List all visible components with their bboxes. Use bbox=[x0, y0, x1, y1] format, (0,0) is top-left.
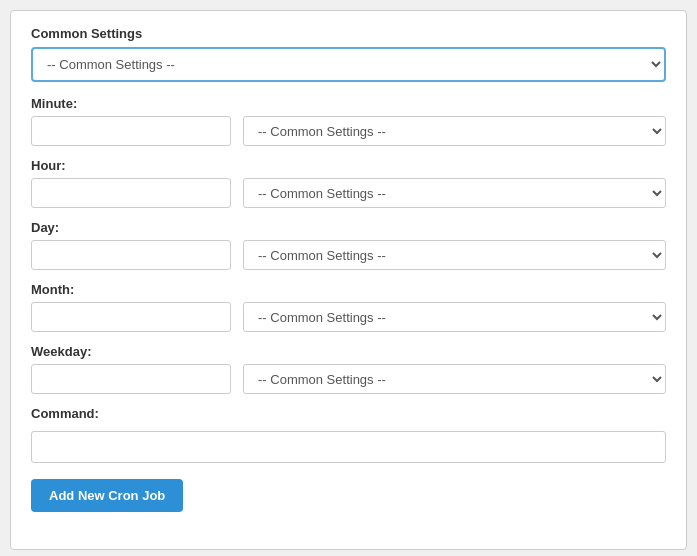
command-group: Command: bbox=[31, 406, 666, 463]
row-month: -- Common Settings -- bbox=[31, 302, 666, 332]
row-minute: -- Common Settings -- bbox=[31, 116, 666, 146]
command-input[interactable] bbox=[31, 431, 666, 463]
label-minute: Minute: bbox=[31, 96, 666, 111]
input-day[interactable] bbox=[31, 240, 231, 270]
field-group-day: Day:-- Common Settings -- bbox=[31, 220, 666, 270]
command-label: Command: bbox=[31, 406, 666, 421]
input-minute[interactable] bbox=[31, 116, 231, 146]
field-group-month: Month:-- Common Settings -- bbox=[31, 282, 666, 332]
top-common-settings-select[interactable]: -- Common Settings -- bbox=[31, 47, 666, 82]
select-month[interactable]: -- Common Settings -- bbox=[243, 302, 666, 332]
select-minute[interactable]: -- Common Settings -- bbox=[243, 116, 666, 146]
label-hour: Hour: bbox=[31, 158, 666, 173]
select-hour[interactable]: -- Common Settings -- bbox=[243, 178, 666, 208]
field-group-minute: Minute:-- Common Settings -- bbox=[31, 96, 666, 146]
select-day[interactable]: -- Common Settings -- bbox=[243, 240, 666, 270]
main-container: Common Settings -- Common Settings -- Mi… bbox=[10, 10, 687, 550]
input-month[interactable] bbox=[31, 302, 231, 332]
input-hour[interactable] bbox=[31, 178, 231, 208]
label-weekday: Weekday: bbox=[31, 344, 666, 359]
select-weekday[interactable]: -- Common Settings -- bbox=[243, 364, 666, 394]
row-weekday: -- Common Settings -- bbox=[31, 364, 666, 394]
add-cron-job-button[interactable]: Add New Cron Job bbox=[31, 479, 183, 512]
label-day: Day: bbox=[31, 220, 666, 235]
row-hour: -- Common Settings -- bbox=[31, 178, 666, 208]
row-day: -- Common Settings -- bbox=[31, 240, 666, 270]
label-month: Month: bbox=[31, 282, 666, 297]
input-weekday[interactable] bbox=[31, 364, 231, 394]
field-group-hour: Hour:-- Common Settings -- bbox=[31, 158, 666, 208]
field-group-weekday: Weekday:-- Common Settings -- bbox=[31, 344, 666, 394]
section-title: Common Settings bbox=[31, 26, 666, 41]
